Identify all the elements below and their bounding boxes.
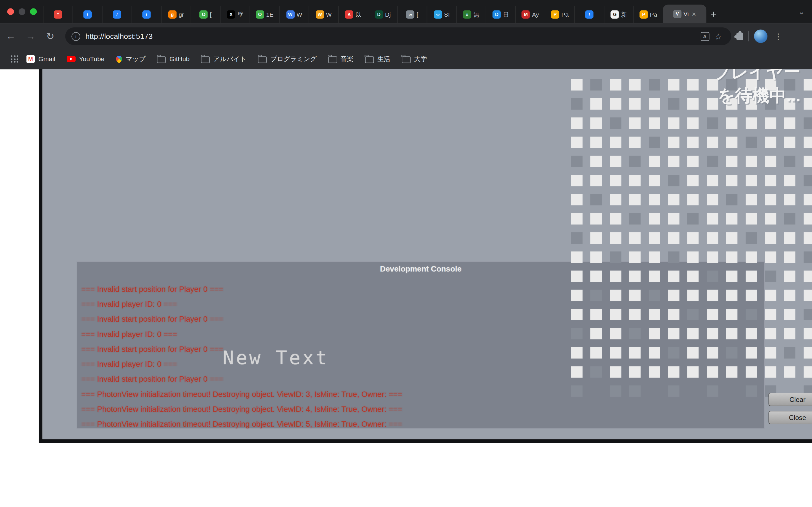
tab[interactable]: MAy (515, 6, 545, 23)
bookmark-item[interactable]: 音楽 (328, 55, 354, 63)
pattern-cell (780, 344, 800, 363)
pattern-cell (606, 363, 626, 382)
pattern-square (726, 251, 737, 263)
bookmark-item[interactable]: 生活 (365, 55, 390, 63)
reload-button[interactable]: ↻ (42, 27, 59, 45)
bookmark-item[interactable]: プログラミング (258, 55, 317, 63)
tab-close-icon[interactable]: × (692, 10, 696, 18)
tab[interactable]: #無 (456, 6, 486, 23)
apps-grid-icon[interactable] (11, 55, 18, 63)
pattern-cell (780, 114, 800, 133)
tab[interactable]: X壁 (220, 6, 250, 23)
address-bar[interactable]: i http://localhost:5173 A ☆ (65, 27, 731, 45)
bookmark-item[interactable]: YouTube (66, 55, 104, 63)
bookmark-item[interactable]: アルバイト (201, 55, 247, 63)
pattern-cell (742, 248, 761, 267)
console-clear-button[interactable]: Clear (769, 393, 812, 406)
tab[interactable]: ggr (161, 6, 191, 23)
pattern-cell (664, 267, 684, 286)
pattern-square (610, 79, 621, 91)
pattern-cell (684, 363, 703, 382)
tab[interactable]: / (102, 6, 132, 23)
pattern-cell (606, 152, 626, 171)
browser-menu-icon[interactable]: ⋮ (770, 29, 786, 44)
tab[interactable]: G新 (604, 6, 633, 23)
site-info-icon[interactable]: i (71, 32, 80, 41)
tab[interactable]: / (132, 6, 161, 23)
forward-button[interactable]: → (22, 27, 39, 45)
pattern-cell (780, 210, 800, 229)
pattern-square (784, 290, 795, 301)
pattern-square (649, 98, 660, 110)
bookmark-item[interactable]: GitHub (157, 55, 190, 63)
pattern-cell (703, 382, 723, 401)
pattern-square (765, 136, 776, 148)
pattern-cell (664, 210, 684, 229)
pattern-cell (722, 344, 742, 363)
pattern-cell (626, 248, 645, 267)
console-close-button[interactable]: Close (769, 411, 812, 424)
bookmark-item[interactable]: MGmail (27, 55, 55, 63)
console-message: === PhotonView initialization timeout! D… (81, 416, 760, 432)
profile-avatar[interactable] (754, 30, 767, 43)
bookmark-item[interactable]: 大学 (402, 55, 427, 63)
tab[interactable]: ∞SI (426, 6, 456, 23)
tab-search-chevron-icon[interactable]: ⌄ (798, 0, 812, 23)
minimize-window-button[interactable] (18, 8, 26, 15)
pattern-cell (587, 229, 606, 248)
pattern-square (668, 328, 679, 339)
close-window-button[interactable] (7, 8, 14, 15)
pattern-square (746, 290, 757, 301)
tab[interactable]: O[ (191, 6, 220, 23)
zoom-window-button[interactable] (30, 8, 37, 15)
tab-strip: *///ggrO[X壁O1EWWWWK以DDj∞[∞SI#無D日MAyPPa/G… (0, 0, 812, 23)
pattern-square (610, 385, 621, 397)
tab[interactable]: K以 (338, 6, 368, 23)
pattern-cell (684, 305, 703, 325)
pattern-cell (722, 152, 742, 171)
back-button[interactable]: ← (2, 27, 19, 45)
pattern-square (649, 347, 660, 358)
tab-favicon: / (84, 10, 92, 18)
new-tab-button[interactable]: + (706, 6, 721, 23)
extensions-icon[interactable] (737, 33, 743, 40)
tab[interactable]: WW (309, 6, 338, 23)
pattern-square (804, 79, 812, 91)
tab[interactable]: WW (279, 6, 309, 23)
pattern-square (784, 117, 795, 129)
tab[interactable]: ∞[ (397, 6, 427, 23)
tab[interactable]: / (574, 6, 604, 23)
pattern-cell (664, 382, 684, 401)
tab[interactable]: / (72, 6, 102, 23)
folder-icon (258, 56, 267, 63)
pattern-cell (626, 75, 645, 95)
pattern-cell (664, 133, 684, 152)
pattern-cell (742, 363, 761, 382)
tab[interactable]: D日 (486, 6, 515, 23)
pattern-square (726, 175, 737, 186)
pattern-square (784, 213, 795, 224)
translate-icon[interactable]: A (700, 32, 709, 41)
tab[interactable]: PPa (633, 6, 663, 23)
tab[interactable]: O1E (250, 6, 279, 23)
tab[interactable]: DDj (368, 6, 397, 23)
tab[interactable]: * (43, 6, 72, 23)
pattern-square (804, 156, 812, 167)
bookmark-star-icon[interactable]: ☆ (712, 30, 725, 43)
pattern-square (571, 347, 582, 358)
tab[interactable]: PPa (545, 6, 574, 23)
game-canvas[interactable]: Development Console === Invalid start po… (43, 69, 812, 439)
tab-active[interactable]: VVi× (663, 5, 706, 23)
tab-label: Ay (532, 11, 539, 17)
pattern-cell (684, 95, 703, 114)
tab-favicon: D (493, 10, 501, 18)
pattern-square (668, 175, 679, 186)
pattern-cell (587, 305, 606, 325)
pattern-cell (567, 267, 587, 286)
bookmark-item[interactable]: マップ (116, 55, 146, 63)
url-text[interactable]: http://localhost:5173 (86, 32, 698, 40)
pattern-square (765, 117, 776, 129)
new-text-label: New Text (223, 347, 329, 368)
pattern-cell (684, 248, 703, 267)
folder-icon (402, 56, 410, 63)
